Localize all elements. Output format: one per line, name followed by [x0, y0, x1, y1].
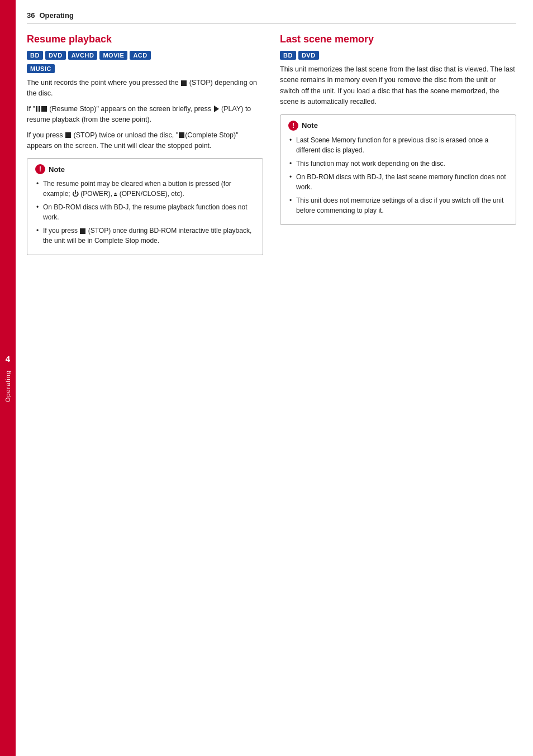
resume-playback-section: Resume playback BD DVD AVCHD MOVIE ACD M…	[27, 34, 263, 255]
last-scene-note-header: ! Note	[288, 121, 508, 131]
resume-note-item-2: On BD-ROM discs with BD-J, the resume pl…	[35, 202, 255, 222]
last-scene-note-list: Last Scene Memory function for a previou…	[288, 135, 508, 216]
stop-icon-5	[80, 228, 85, 234]
play-icon	[214, 106, 219, 112]
resume-note-header: ! Note	[35, 164, 255, 174]
resume-note-box: ! Note The resume point may be cleared w…	[27, 158, 263, 255]
resume-playback-heading: Resume playback	[27, 34, 263, 45]
last-scene-note-item-4: This unit does not memorize settings of …	[288, 195, 508, 216]
badge-dvd: DVD	[45, 51, 66, 60]
resume-note-item-3: If you press (STOP) once during BD-ROM i…	[35, 226, 255, 246]
badge-avchd: AVCHD	[68, 51, 98, 60]
resume-note-icon: !	[35, 164, 45, 174]
resume-note-item-1: The resume point may be cleared when a b…	[35, 179, 255, 199]
side-tab: 4 Operating	[0, 0, 16, 756]
badge-music: MUSIC	[27, 64, 55, 73]
last-badge-bd: BD	[280, 51, 296, 60]
side-tab-label: Operating	[4, 370, 11, 402]
page-wrapper: 4 Operating 36 Operating Resume playback…	[0, 0, 533, 756]
resume-note-list: The resume point may be cleared when a b…	[35, 179, 255, 246]
last-scene-note-item-2: This function may not work depending on …	[288, 159, 508, 169]
last-badge-dvd: DVD	[298, 51, 319, 60]
last-scene-note-title: Note	[302, 121, 318, 130]
resume-note-title: Note	[49, 165, 65, 174]
stop-icon-2	[41, 106, 47, 112]
two-col-layout: Resume playback BD DVD AVCHD MOVIE ACD M…	[27, 34, 516, 255]
main-content: 36 Operating Resume playback BD DVD AVCH…	[16, 0, 533, 756]
stop-icon-3	[65, 132, 71, 138]
page-number: 36	[27, 11, 35, 20]
badge-acd: ACD	[130, 51, 150, 60]
resume-para-2: If " (Resume Stop)" appears on the scree…	[27, 104, 263, 126]
resume-para-1: The unit records the point where you pre…	[27, 78, 263, 99]
resume-playback-badges-row2: MUSIC	[27, 64, 263, 73]
pause-icon	[36, 106, 40, 112]
badge-movie: MOVIE	[99, 51, 127, 60]
last-scene-para: This unit memorizes the last scene from …	[280, 64, 516, 108]
stop-icon-1	[181, 80, 187, 86]
last-scene-heading: Last scene memory	[280, 34, 516, 45]
stop-icon-4	[179, 132, 184, 138]
last-scene-note-box: ! Note Last Scene Memory function for a …	[280, 114, 516, 225]
last-scene-badges: BD DVD	[280, 51, 516, 60]
last-scene-note-item-3: On BD-ROM discs with BD-J, the last scen…	[288, 172, 508, 192]
resume-playback-badges: BD DVD AVCHD MOVIE ACD	[27, 51, 263, 60]
side-tab-number: 4	[6, 354, 10, 363]
last-scene-note-item-1: Last Scene Memory function for a previou…	[288, 135, 508, 155]
badge-bd: BD	[27, 51, 43, 60]
page-header: 36 Operating	[27, 11, 516, 23]
last-scene-note-icon: !	[288, 121, 298, 131]
page-section-title: Operating	[39, 11, 73, 20]
last-scene-memory-section: Last scene memory BD DVD This unit memor…	[280, 34, 516, 255]
resume-para-3: If you press (STOP) twice or unload the …	[27, 130, 263, 152]
